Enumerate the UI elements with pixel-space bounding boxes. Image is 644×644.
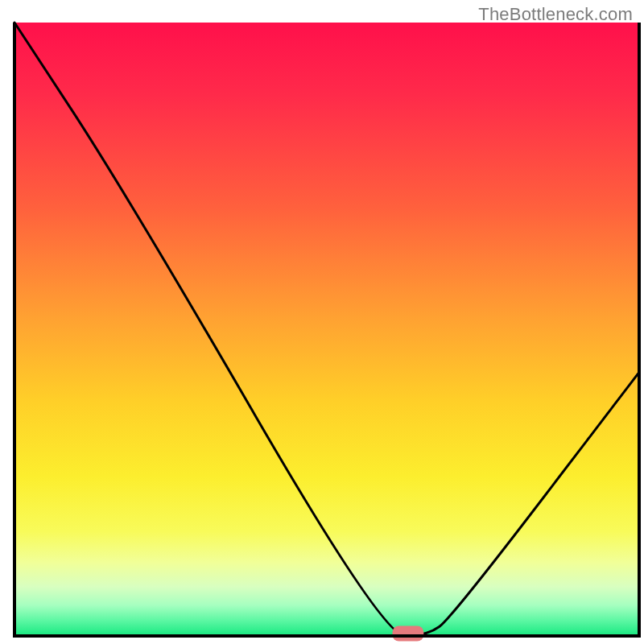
plot-background <box>14 23 639 636</box>
watermark-text: TheBottleneck.com <box>478 4 633 25</box>
bottleneck-chart <box>0 0 644 644</box>
optimal-marker <box>392 625 423 641</box>
chart-container: TheBottleneck.com <box>0 0 644 644</box>
